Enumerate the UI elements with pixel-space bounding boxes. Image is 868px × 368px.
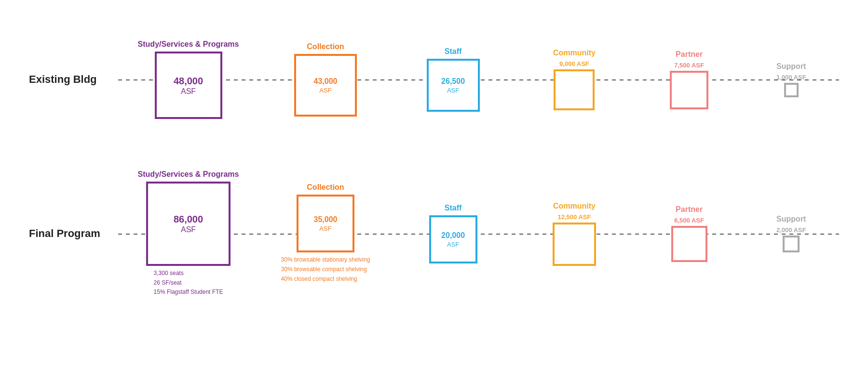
- box-unit-study: ASF: [181, 225, 196, 234]
- box-value-study: 86,000: [174, 213, 203, 225]
- items-area: Study/Services & Programs86,000ASF3,300 …: [118, 164, 839, 303]
- note-line: 15% Flagstaff Student FTE: [154, 288, 223, 297]
- box-collection: 35,000ASF: [297, 195, 354, 252]
- category-community: Community12,500 ASF: [514, 202, 635, 266]
- category-label-collection: Collection: [307, 183, 344, 192]
- note-line: 30% browsable stationary shelving: [281, 255, 370, 265]
- asf-above-support: 2,000 ASF: [776, 226, 806, 234]
- box-support: [783, 236, 800, 252]
- box-community: [553, 223, 596, 266]
- section-final-program: Final ProgramStudy/Services & Programs86…: [29, 164, 839, 303]
- box-partner: [670, 71, 708, 109]
- box-staff: 26,500ASF: [427, 59, 480, 112]
- row-label: Final Program: [29, 227, 118, 241]
- box-value-collection: 35,000: [314, 215, 338, 225]
- category-partner: Partner7,500 ASF: [635, 50, 744, 109]
- box-unit-collection: ASF: [319, 87, 331, 94]
- category-label-support: Support: [776, 62, 806, 71]
- box-collection: 43,000ASF: [294, 54, 357, 117]
- category-collection: Collection43,000ASF: [258, 42, 393, 117]
- box-study: 48,000ASF: [155, 52, 222, 119]
- category-label-partner: Partner: [676, 205, 703, 214]
- box-value-staff: 20,000: [441, 231, 465, 241]
- box-unit-staff: ASF: [447, 241, 459, 248]
- asf-above-support: 1,000 ASF: [776, 74, 806, 81]
- asf-above-community: 12,500 ASF: [558, 213, 591, 221]
- category-label-study: Study/Services & Programs: [138, 170, 239, 179]
- asf-above-community: 9,000 ASF: [559, 60, 589, 67]
- note-line: 3,300 seats: [154, 269, 223, 278]
- asf-above-partner: 7,500 ASF: [674, 62, 704, 69]
- box-unit-staff: ASF: [447, 87, 459, 94]
- category-label-staff: Staff: [445, 204, 462, 212]
- section-existing-bldg: Existing BldgStudy/Services & Programs48…: [29, 10, 839, 149]
- box-study: 86,000ASF: [146, 182, 231, 266]
- category-community: Community9,000 ASF: [514, 49, 635, 110]
- box-support: [784, 83, 799, 97]
- notes-study: 3,300 seats26 SF/seat15% Flagstaff Stude…: [154, 269, 223, 297]
- category-label-partner: Partner: [676, 50, 703, 59]
- box-community: [554, 69, 595, 110]
- category-support: Support1,000 ASF: [744, 62, 839, 97]
- box-value-collection: 43,000: [314, 77, 338, 87]
- note-line: 30% browsable compact shelving: [281, 265, 370, 275]
- box-value-staff: 26,500: [441, 77, 465, 87]
- category-label-community: Community: [553, 202, 596, 210]
- category-collection: Collection35,000ASF30% browsable station…: [258, 183, 393, 284]
- category-label-study: Study/Services & Programs: [138, 40, 239, 49]
- category-support: Support2,000 ASF: [744, 215, 839, 252]
- category-study: Study/Services & Programs48,000ASF: [118, 40, 258, 119]
- category-label-collection: Collection: [307, 42, 344, 51]
- category-label-staff: Staff: [445, 47, 462, 56]
- row-label: Existing Bldg: [29, 73, 118, 87]
- items-area: Study/Services & Programs48,000ASFCollec…: [118, 10, 839, 149]
- box-value-study: 48,000: [174, 75, 203, 87]
- box-unit-collection: ASF: [319, 225, 331, 232]
- category-staff: Staff20,000ASF: [393, 204, 514, 263]
- diagram-container: Existing BldgStudy/Services & Programs48…: [0, 0, 868, 368]
- asf-above-partner: 6,500 ASF: [674, 217, 704, 224]
- box-partner: [671, 226, 707, 262]
- category-staff: Staff26,500ASF: [393, 47, 514, 112]
- category-label-community: Community: [553, 49, 596, 57]
- note-line: 40% closed compact shelving: [281, 275, 370, 284]
- box-staff: 20,000ASF: [429, 215, 477, 263]
- note-line: 26 SF/seat: [154, 278, 223, 288]
- box-unit-study: ASF: [181, 87, 196, 96]
- category-study: Study/Services & Programs86,000ASF3,300 …: [118, 170, 258, 297]
- category-label-support: Support: [776, 215, 806, 223]
- category-partner: Partner6,500 ASF: [635, 205, 744, 262]
- notes-collection: 30% browsable stationary shelving30% bro…: [281, 255, 370, 284]
